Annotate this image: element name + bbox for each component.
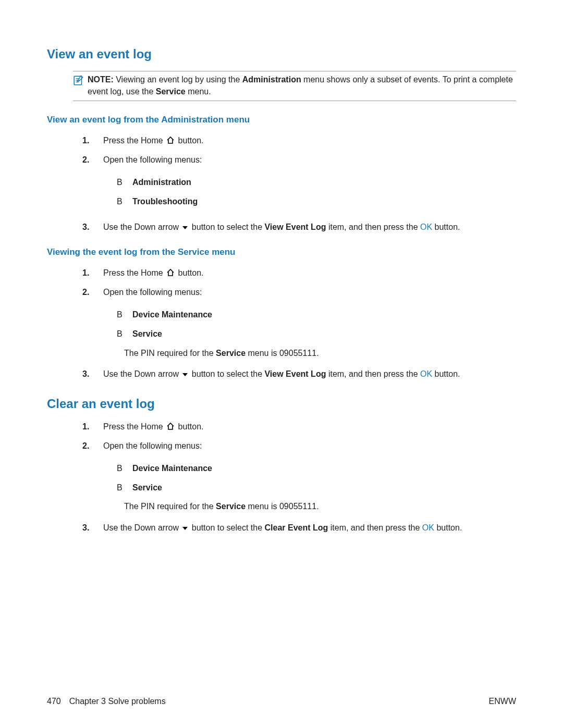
chapter-label: Chapter 3 Solve problems — [69, 697, 166, 706]
list-item: 2. Open the following menus: BDevice Mai… — [82, 440, 516, 515]
steps-clear: 1. Press the Home button. 2. Open the fo… — [82, 421, 516, 535]
document-page: View an event log NOTE: Viewing an event… — [0, 0, 563, 728]
list-item: 2. Open the following menus: BAdministra… — [82, 154, 516, 214]
heading-clear-event-log: Clear an event log — [47, 397, 516, 411]
down-arrow-icon — [182, 372, 188, 378]
down-arrow-icon — [182, 525, 188, 532]
note-text: NOTE: Viewing an event log by using the … — [88, 73, 516, 97]
note-icon — [73, 75, 84, 89]
steps-admin: 1. Press the Home button. 2. Open the fo… — [82, 134, 516, 233]
page-number: 470 — [47, 697, 61, 706]
page-footer: 470 Chapter 3 Solve problems ENWW — [47, 697, 516, 706]
list-item: 1. Press the Home button. — [82, 421, 516, 434]
note-box: NOTE: Viewing an event log by using the … — [73, 71, 516, 101]
list-item: 2. Open the following menus: BDevice Mai… — [82, 286, 516, 362]
subheading-admin-menu: View an event log from the Administratio… — [47, 115, 516, 125]
home-icon — [166, 136, 175, 144]
list-item: 3. Use the Down arrow button to select t… — [82, 368, 516, 381]
down-arrow-icon — [182, 225, 188, 231]
subheading-service-menu: Viewing the event log from the Service m… — [47, 247, 516, 257]
home-icon — [166, 422, 175, 430]
list-item: 3. Use the Down arrow button to select t… — [82, 221, 516, 234]
submenu-list: BDevice Maintenance BService — [117, 309, 516, 341]
heading-view-event-log: View an event log — [47, 47, 516, 61]
list-item: 1. Press the Home button. — [82, 267, 516, 280]
home-icon — [166, 268, 175, 277]
list-item: 1. Press the Home button. — [82, 134, 516, 147]
list-item: 3. Use the Down arrow button to select t… — [82, 522, 516, 535]
pin-text: The PIN required for the Service menu is… — [124, 500, 516, 513]
submenu-list: BDevice Maintenance BService — [117, 462, 516, 495]
submenu-list: BAdministration BTroubleshooting — [117, 176, 516, 208]
steps-service: 1. Press the Home button. 2. Open the fo… — [82, 267, 516, 381]
footer-right: ENWW — [489, 697, 516, 706]
pin-text: The PIN required for the Service menu is… — [124, 347, 516, 360]
